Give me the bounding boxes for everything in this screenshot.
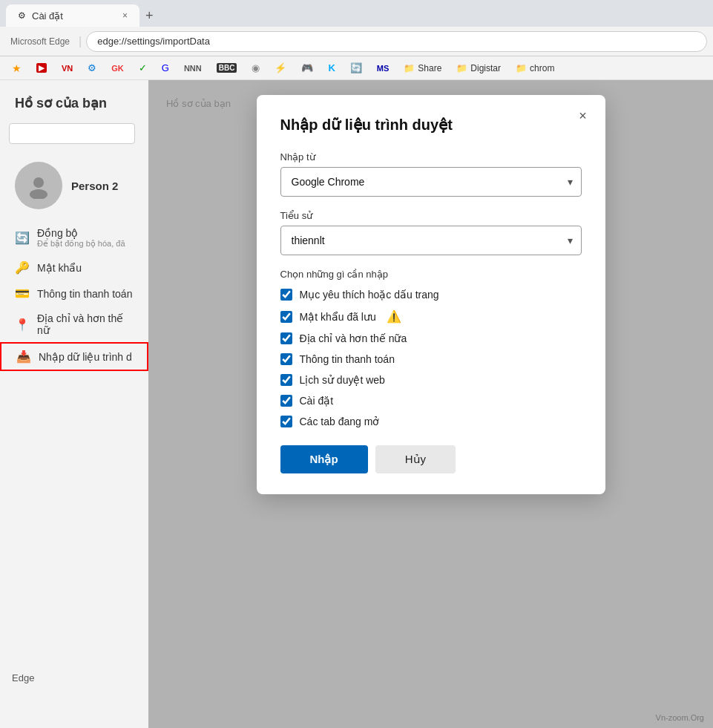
- browser-label: Microsoft Edge: [6, 36, 74, 47]
- sync-label: Đồng bộ: [37, 227, 125, 239]
- new-tab-button[interactable]: +: [139, 8, 160, 24]
- bookmark-item[interactable]: 📁 chrom: [510, 62, 560, 75]
- checkbox-tabs-label: Các tab đang mở: [300, 416, 380, 427]
- bookmark-item[interactable]: 🎮: [295, 61, 319, 75]
- profile-wrapper: thiennlt ▾: [280, 226, 582, 255]
- tab-label: Cài đặt: [32, 10, 63, 22]
- choose-label: Chọn những gì cần nhập: [280, 269, 582, 280]
- modal-title: Nhập dữ liệu trình duyệt: [280, 116, 582, 134]
- import-label: Nhập dữ liệu trình d: [39, 351, 132, 363]
- bookmark-item[interactable]: ✓: [133, 61, 153, 75]
- main-content: Hồ sơ của bạn Nhập dữ liệu trình duyệt ×…: [148, 80, 713, 728]
- sync-icon: 🔄: [15, 231, 30, 245]
- checkbox-addresses: Địa chỉ và hơn thế nữa: [280, 332, 582, 344]
- checkbox-payment-input[interactable]: [280, 353, 292, 365]
- profile-label: Tiểu sử: [280, 210, 582, 221]
- import-button[interactable]: Nhập: [280, 445, 368, 473]
- bookmark-item[interactable]: BBC: [211, 62, 243, 74]
- import-from-select[interactable]: Google Chrome Mozilla Firefox Internet E…: [280, 167, 582, 197]
- sidebar-title: Hồ sơ của bạn: [0, 95, 148, 123]
- svg-point-1: [30, 189, 47, 199]
- profile-select[interactable]: thiennlt: [280, 226, 582, 255]
- import-from-wrapper: Google Chrome Mozilla Firefox Internet E…: [280, 167, 582, 197]
- bookmark-item[interactable]: NNN: [178, 62, 208, 74]
- checkbox-settings-label: Cài đặt: [300, 395, 334, 407]
- checkbox-settings: Cài đặt: [280, 395, 582, 407]
- address-bar: Microsoft Edge |: [0, 27, 713, 56]
- bookmark-item[interactable]: ⚙: [82, 61, 102, 75]
- checkbox-bookmarks-label: Mục yêu thích hoặc dấu trang: [300, 289, 439, 301]
- warning-icon: ⚠️: [387, 309, 401, 324]
- checkbox-passwords: Mật khẩu đã lưu ⚠️: [280, 309, 582, 324]
- import-from-label: Nhập từ: [280, 151, 582, 163]
- sync-sublabel: Để bật đồng bộ hóa, đă: [37, 239, 125, 249]
- bookmark-item[interactable]: GK: [105, 62, 130, 74]
- avatar: [15, 162, 62, 209]
- checkbox-payment-label: Thông tin thanh toán: [300, 353, 395, 365]
- bookmark-item[interactable]: ◉: [246, 61, 266, 75]
- sidebar-item-sync[interactable]: 🔄 Đồng bộ Để bật đồng bộ hóa, đă: [0, 221, 148, 255]
- checkbox-payment: Thông tin thanh toán: [280, 353, 582, 365]
- import-icon: 📥: [16, 350, 31, 364]
- bookmark-item[interactable]: ★: [6, 61, 27, 76]
- edge-bottom-label: Edge: [12, 672, 34, 683]
- payment-label: Thông tin thanh toán: [37, 288, 132, 300]
- checkbox-bookmarks: Mục yêu thích hoặc dấu trang: [280, 289, 582, 301]
- sidebar-item-payment[interactable]: 💳 Thông tin thanh toán: [0, 281, 148, 306]
- sidebar-item-password[interactable]: 🔑 Mật khẩu: [0, 255, 148, 281]
- modal-close-button[interactable]: ×: [573, 105, 594, 126]
- checkbox-history: Lịch sử duyệt web: [280, 374, 582, 386]
- tab-bar: ⚙ Cài đặt × +: [0, 0, 713, 27]
- checkbox-history-label: Lịch sử duyệt web: [300, 374, 385, 386]
- bookmark-item[interactable]: K: [322, 61, 341, 75]
- password-label: Mật khẩu: [37, 262, 82, 274]
- bookmark-item[interactable]: G: [156, 61, 175, 75]
- bookmark-item[interactable]: ⚡: [269, 61, 292, 75]
- checkbox-tabs: Các tab đang mở: [280, 416, 582, 427]
- bookmark-item[interactable]: 🔄: [344, 61, 368, 75]
- bookmark-item[interactable]: 📁 Digistar: [450, 62, 507, 75]
- svg-point-0: [33, 177, 44, 188]
- checkbox-addresses-input[interactable]: [280, 332, 292, 344]
- modal-buttons: Nhập Hủy: [280, 445, 582, 473]
- import-data-modal: Nhập dữ liệu trình duyệt × Nhập từ Googl…: [257, 95, 605, 494]
- address-label: Địa chỉ và hơn thế nữ: [37, 312, 134, 336]
- pin-icon: 📍: [15, 318, 30, 332]
- profile-name: Person 2: [71, 180, 118, 192]
- card-icon: 💳: [15, 286, 30, 301]
- sidebar-item-address[interactable]: 📍 Địa chỉ và hơn thế nữ: [0, 306, 148, 342]
- cancel-button[interactable]: Hủy: [375, 445, 456, 473]
- key-icon: 🔑: [15, 260, 30, 275]
- bookmark-item[interactable]: MS: [371, 62, 395, 74]
- bookmark-item[interactable]: VN: [56, 62, 79, 74]
- sidebar-search-input[interactable]: [9, 123, 135, 144]
- tab-close-button[interactable]: ×: [122, 10, 128, 21]
- checkbox-tabs-input[interactable]: [280, 416, 292, 427]
- checkbox-passwords-input[interactable]: [280, 311, 292, 323]
- address-separator: |: [79, 35, 82, 48]
- page-content: Hồ sơ của bạn Person 2 🔄 Đồng bộ Để bật …: [0, 80, 713, 728]
- bookmarks-bar: ★ ▶ VN ⚙ GK ✓ G NNN BBC ◉ ⚡ 🎮 K 🔄 MS 📁 S…: [0, 56, 713, 80]
- checkbox-history-input[interactable]: [280, 374, 292, 386]
- bookmark-item[interactable]: ▶: [30, 62, 53, 74]
- sidebar: Hồ sơ của bạn Person 2 🔄 Đồng bộ Để bật …: [0, 80, 148, 728]
- sidebar-item-import[interactable]: 📥 Nhập dữ liệu trình d: [0, 342, 148, 371]
- address-input[interactable]: [86, 31, 707, 52]
- bookmark-item[interactable]: 📁 Share: [398, 62, 447, 75]
- checkbox-settings-input[interactable]: [280, 395, 292, 407]
- modal-overlay: Nhập dữ liệu trình duyệt × Nhập từ Googl…: [148, 80, 713, 728]
- checkbox-passwords-label: Mật khẩu đã lưu: [300, 311, 376, 323]
- checkbox-bookmarks-input[interactable]: [280, 289, 292, 301]
- settings-tab[interactable]: ⚙ Cài đặt ×: [6, 4, 139, 27]
- checkbox-addresses-label: Địa chỉ và hơn thế nữa: [300, 332, 407, 344]
